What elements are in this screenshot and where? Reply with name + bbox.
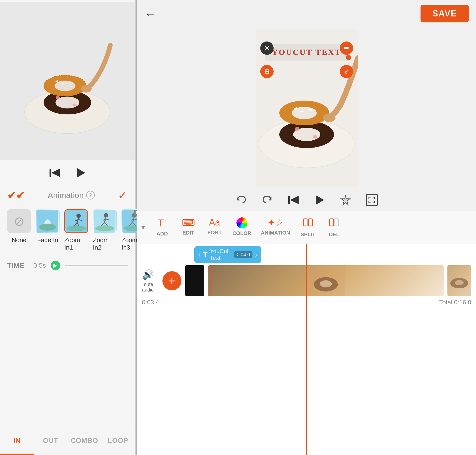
left-panel: ✔✔ Animation ? ✓ ⊘ None Fade In: [0, 0, 136, 455]
timestamp-total: Total 0:16.0: [439, 299, 471, 306]
tab-in[interactable]: IN: [0, 429, 34, 455]
help-icon[interactable]: ?: [86, 191, 95, 200]
redo-icon: [262, 194, 273, 206]
toolbar-color[interactable]: COLOR: [228, 215, 256, 240]
svg-point-18: [67, 226, 86, 231]
back-button[interactable]: ←: [144, 7, 156, 21]
svg-point-3: [56, 96, 60, 100]
split-svg: [303, 217, 313, 228]
animation-tabs: IN OUT COMBO LOOP: [0, 429, 135, 455]
svg-point-27: [104, 213, 108, 217]
skip-back-icon-right: [287, 194, 299, 206]
text-track-item[interactable]: ‹ T YouCut Text 0:04.0 ›: [194, 246, 261, 263]
svg-point-16: [39, 224, 56, 231]
del-svg: [329, 217, 339, 228]
video-playhead: [211, 265, 211, 296]
text-overlay-content: YOUCUT TEXT: [270, 48, 344, 57]
toolbar-items: T+ ADD ⌨ EDIT Aa FONT COLOR ✦☆ ANIMATION: [149, 215, 476, 240]
video-thumb-1: [185, 265, 204, 296]
text-close-button[interactable]: ✕: [260, 41, 274, 55]
text-resize-button[interactable]: ↙: [340, 65, 353, 78]
skip-back-button-right[interactable]: [287, 194, 299, 206]
animation-fade-in[interactable]: Fade In: [36, 209, 60, 244]
double-check-icon: ✔✔: [7, 189, 25, 201]
fullscreen-icon: [366, 194, 378, 206]
color-wheel-icon: [237, 217, 247, 228]
tab-combo[interactable]: COMBO: [67, 429, 101, 455]
toolbar-animation-label: ANIMATION: [261, 230, 290, 236]
svg-point-52: [323, 114, 335, 122]
toolbar: ▾ T+ ADD ⌨ EDIT Aa FONT COLOR ✦☆ ANIMATI…: [137, 211, 476, 244]
magic-button[interactable]: [340, 194, 351, 206]
fullscreen-button[interactable]: [366, 194, 378, 206]
text-wrap-button[interactable]: ⊟: [260, 65, 274, 78]
toolbar-font[interactable]: Aa FONT: [201, 215, 228, 240]
save-button[interactable]: SAVE: [420, 5, 469, 22]
svg-rect-12: [49, 169, 51, 177]
toolbar-add[interactable]: T+ ADD: [149, 215, 175, 240]
expand-icon: [368, 196, 376, 204]
play-button[interactable]: [75, 167, 87, 179]
animation-zoom-in1-label: Zoom In1: [64, 236, 88, 251]
animation-zoom-in2[interactable]: Zoom In2: [93, 209, 117, 251]
toolbar-edit[interactable]: ⌨ EDIT: [175, 215, 201, 240]
tab-loop[interactable]: LOOP: [101, 429, 135, 455]
add-text-icon: T+: [158, 217, 167, 229]
time-label: TIME: [7, 261, 29, 269]
time-value: 0.5s: [33, 262, 46, 269]
right-video-preview: YOUCUT TEXT ✕ ✏ ⊟ ↙: [137, 27, 476, 189]
toolbar-del[interactable]: DEL: [321, 215, 347, 240]
time-slider-handle[interactable]: ▶: [51, 261, 60, 270]
toolbar-collapse-button[interactable]: ▾: [137, 220, 149, 235]
animation-none[interactable]: ⊘ None: [7, 209, 31, 244]
toolbar-font-label: FONT: [207, 229, 222, 236]
text-overlay: YOUCUT TEXT: [265, 44, 348, 61]
svg-point-19: [76, 214, 81, 218]
skip-back-icon: [48, 167, 60, 179]
svg-rect-60: [303, 219, 307, 226]
svg-rect-63: [330, 219, 333, 226]
time-slider-track[interactable]: [65, 265, 128, 266]
skip-back-button[interactable]: [48, 167, 60, 179]
undo-icon: [236, 194, 247, 206]
left-playback-controls: [48, 160, 87, 186]
toolbar-edit-label: EDIT: [182, 230, 194, 236]
timestamp-current: 0:03.4: [142, 299, 159, 306]
mute-audio-button[interactable]: 🔊 muteaudio: [142, 269, 154, 293]
animation-zoom-in2-thumb: [93, 209, 117, 233]
svg-point-70: [455, 280, 464, 285]
zoom-in2-preview: [94, 211, 116, 232]
undo-button[interactable]: [236, 194, 247, 206]
svg-point-26: [95, 226, 114, 231]
animation-fade-in-label: Fade In: [37, 236, 58, 244]
text-track-right-arrow[interactable]: ›: [255, 251, 257, 259]
animation-zoom-in1-thumb: [64, 209, 88, 233]
svg-point-6: [55, 81, 75, 91]
tab-out[interactable]: OUT: [34, 429, 68, 455]
play-button-right[interactable]: [313, 194, 325, 206]
animation-title: Animation ?: [48, 191, 95, 200]
svg-marker-57: [316, 195, 324, 205]
text-track-duration: 0:04.0: [234, 251, 252, 258]
animation-options-row: ⊘ None Fade In: [0, 204, 135, 256]
text-track-left-arrow[interactable]: ‹: [198, 251, 200, 259]
mute-icon: 🔊: [142, 269, 154, 280]
animation-none-thumb: ⊘: [7, 209, 31, 233]
toolbar-animation[interactable]: ✦☆ ANIMATION: [256, 215, 295, 240]
magic-icon: [340, 194, 351, 206]
add-media-button[interactable]: +: [162, 271, 182, 290]
svg-rect-64: [335, 219, 339, 226]
toolbar-split[interactable]: SPLIT: [295, 215, 321, 240]
timeline: ‹ T YouCut Text 0:04.0 › 🔊 muteaudio +: [137, 244, 476, 455]
text-color-dot: [346, 55, 351, 60]
del-icon: [329, 217, 339, 229]
redo-button[interactable]: [262, 194, 273, 206]
svg-marker-14: [77, 168, 85, 178]
text-edit-button[interactable]: ✏: [340, 41, 353, 55]
animation-header: ✔✔ Animation ? ✓: [0, 186, 135, 204]
animation-star-icon: ✦☆: [268, 217, 283, 228]
right-topbar: ← SAVE: [137, 0, 476, 27]
text-track-label: YouCut Text: [210, 248, 232, 261]
confirm-check-icon[interactable]: ✓: [118, 188, 128, 202]
animation-zoom-in1[interactable]: Zoom In1: [64, 209, 88, 251]
